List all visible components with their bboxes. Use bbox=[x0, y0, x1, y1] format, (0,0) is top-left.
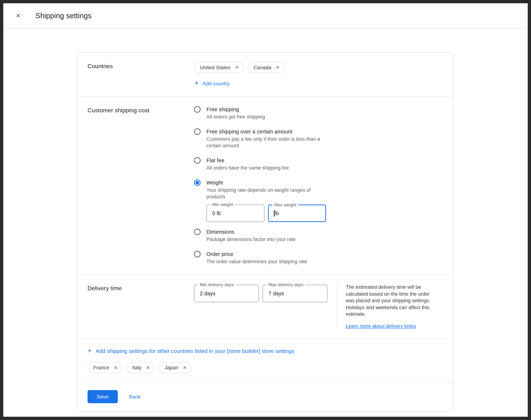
radio-option-weight[interactable]: Weight Your shipping rate depends on wei… bbox=[194, 179, 443, 200]
radio-icon[interactable] bbox=[194, 157, 201, 164]
country-chip-canada[interactable]: Canada ✕ bbox=[248, 62, 285, 73]
dialog-header: ✕ Shipping settings bbox=[3, 3, 528, 29]
scale-wrapper: ✕ Shipping settings Countries United Sta… bbox=[0, 0, 531, 420]
chip-label: Japan bbox=[165, 365, 178, 370]
min-weight-field-label: Min weight bbox=[211, 202, 235, 208]
option-title: Weight bbox=[206, 179, 328, 186]
max-weight-field[interactable]: Max weight lb bbox=[268, 205, 326, 222]
option-description: All orders have the same shipping fee bbox=[206, 165, 289, 171]
chip-label: Italy bbox=[132, 365, 141, 370]
radio-option-free-shipping[interactable]: Free shipping All orders get free shippi… bbox=[194, 106, 443, 120]
option-title: Dimensions bbox=[206, 228, 296, 236]
delivery-help: The estimated delivery time will be calc… bbox=[346, 284, 436, 329]
min-weight-field-value: 0 lb bbox=[212, 210, 221, 216]
add-other-countries-label: Add shipping settings for other countrie… bbox=[96, 348, 294, 354]
remove-chip-icon[interactable]: ✕ bbox=[235, 65, 239, 70]
save-button[interactable]: Save bbox=[88, 390, 118, 403]
add-other-countries-button[interactable]: + Add shipping settings for other countr… bbox=[88, 347, 294, 354]
dialog-body: Countries United States ✕ Canada ✕ + bbox=[3, 52, 528, 411]
radio-icon[interactable] bbox=[194, 229, 201, 235]
country-chip-france[interactable]: France ✕ bbox=[88, 362, 123, 373]
close-icon[interactable]: ✕ bbox=[14, 11, 23, 21]
radio-icon[interactable] bbox=[194, 251, 201, 257]
dialog-footer: Save Back bbox=[78, 383, 453, 411]
shipping-cost-label: Customer shipping cost bbox=[88, 106, 194, 265]
remove-chip-icon[interactable]: ✕ bbox=[183, 365, 187, 370]
radio-icon[interactable] bbox=[194, 128, 201, 135]
other-country-chip-row: France ✕ Italy ✕ Japan ✕ bbox=[88, 362, 443, 373]
option-title: Order price bbox=[206, 251, 307, 258]
remove-chip-icon[interactable]: ✕ bbox=[276, 65, 280, 70]
option-title: Free shipping over a certain amount bbox=[206, 128, 328, 135]
remove-chip-icon[interactable]: ✕ bbox=[114, 365, 118, 370]
delivery-time-label: Delivery time bbox=[88, 284, 194, 329]
option-text: Free shipping over a certain amount Cust… bbox=[206, 128, 328, 149]
remove-chip-icon[interactable]: ✕ bbox=[146, 365, 150, 370]
min-delivery-days-value: 2 days bbox=[200, 291, 215, 296]
option-text: Free shipping All orders get free shippi… bbox=[206, 106, 265, 120]
option-description: Your shipping rate depends on weight ran… bbox=[206, 187, 328, 200]
radio-option-order-price[interactable]: Order price The order value determines y… bbox=[194, 251, 443, 265]
learn-more-link[interactable]: Learn more about delivery times bbox=[346, 323, 416, 329]
settings-card: Countries United States ✕ Canada ✕ + bbox=[77, 52, 454, 411]
plus-icon: + bbox=[194, 79, 198, 86]
delivery-fields-row: Min delivery days 2 days Max delivery da… bbox=[194, 285, 328, 302]
max-delivery-days-field[interactable]: Max delivery days 7 days bbox=[263, 285, 328, 302]
radio-option-dimensions[interactable]: Dimensions Package dimensions factor int… bbox=[194, 228, 443, 243]
option-description: Customers pay a fee only if their order … bbox=[206, 136, 328, 149]
min-delivery-days-field[interactable]: Min delivery days 2 days bbox=[194, 285, 259, 302]
max-weight-field-value: lb bbox=[275, 210, 279, 216]
option-title: Free shipping bbox=[206, 106, 265, 113]
shipping-cost-content: Free shipping All orders get free shippi… bbox=[194, 106, 443, 265]
back-button[interactable]: Back bbox=[129, 394, 141, 399]
country-chip-italy[interactable]: Italy ✕ bbox=[126, 362, 155, 373]
add-country-button[interactable]: + Add country bbox=[194, 80, 230, 87]
delivery-time-content: Min delivery days 2 days Max delivery da… bbox=[194, 284, 443, 329]
radio-icon[interactable] bbox=[194, 106, 201, 113]
chip-label: France bbox=[93, 365, 109, 370]
min-delivery-days-label: Min delivery days bbox=[198, 282, 235, 288]
option-description: All orders get free shipping bbox=[206, 114, 265, 120]
max-delivery-days-value: 7 days bbox=[268, 291, 284, 296]
countries-section: Countries United States ✕ Canada ✕ + bbox=[78, 53, 453, 96]
vertical-divider bbox=[337, 284, 337, 329]
countries-content: United States ✕ Canada ✕ + Add country bbox=[194, 62, 443, 87]
option-text: Flat fee All orders have the same shippi… bbox=[206, 157, 289, 171]
min-weight-field[interactable]: Min weight 0 lb bbox=[206, 205, 264, 222]
country-chip-japan[interactable]: Japan ✕ bbox=[159, 362, 192, 373]
country-chip-united-states[interactable]: United States ✕ bbox=[194, 62, 244, 73]
option-description: The order value determines your shipping… bbox=[206, 258, 307, 265]
radio-option-flat-fee[interactable]: Flat fee All orders have the same shippi… bbox=[194, 157, 443, 171]
add-country-label: Add country bbox=[202, 80, 229, 86]
shipping-settings-dialog: ✕ Shipping settings Countries United Sta… bbox=[0, 0, 531, 420]
weight-fields-row: Min weight 0 lb Max weight lb bbox=[206, 205, 443, 222]
shipping-cost-section: Customer shipping cost Free shipping All… bbox=[78, 97, 453, 274]
other-countries-section: + Add shipping settings for other countr… bbox=[78, 339, 453, 382]
option-text: Weight Your shipping rate depends on wei… bbox=[206, 179, 328, 200]
page-title: Shipping settings bbox=[35, 12, 91, 20]
radio-option-free-shipping-over-amount[interactable]: Free shipping over a certain amount Cust… bbox=[194, 128, 443, 149]
max-weight-field-label: Max weight bbox=[273, 202, 298, 208]
country-chip-row: United States ✕ Canada ✕ bbox=[194, 62, 443, 73]
option-text: Order price The order value determines y… bbox=[206, 251, 307, 265]
chip-label: Canada bbox=[254, 64, 271, 70]
max-delivery-days-label: Max delivery days bbox=[267, 282, 305, 288]
option-title: Flat fee bbox=[206, 157, 289, 164]
countries-label: Countries bbox=[88, 62, 194, 87]
option-description: Package dimensions factor into your rate bbox=[206, 236, 296, 243]
option-text: Dimensions Package dimensions factor int… bbox=[206, 228, 296, 243]
plus-icon: + bbox=[88, 347, 91, 354]
text-caret bbox=[274, 210, 274, 217]
chip-label: United States bbox=[200, 64, 230, 70]
delivery-help-text: The estimated delivery time will be calc… bbox=[346, 284, 436, 318]
delivery-time-section: Delivery time Min delivery days 2 days M… bbox=[78, 274, 453, 338]
radio-icon-selected[interactable] bbox=[194, 179, 201, 186]
